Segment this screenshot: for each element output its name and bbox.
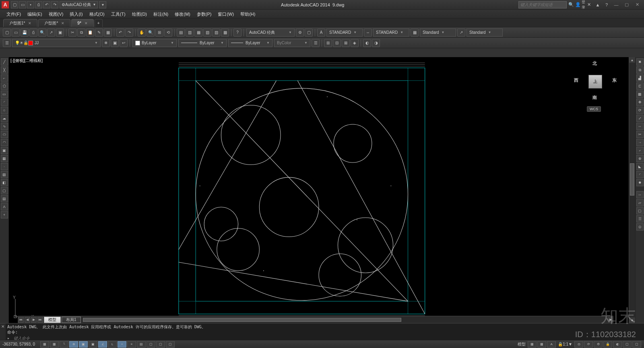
view-icon[interactable]: ⊞: [324, 39, 332, 47]
spline-icon[interactable]: ∿: [1, 123, 8, 130]
break-icon[interactable]: ⌿: [636, 147, 644, 154]
tablestyle-icon[interactable]: ▦: [411, 29, 419, 37]
3dosnap-button[interactable]: ▣: [89, 341, 97, 348]
region-icon[interactable]: ▢: [636, 207, 644, 214]
pline-icon[interactable]: ⌐: [1, 74, 8, 82]
undo-icon[interactable]: ↶: [116, 29, 124, 37]
paste-icon[interactable]: 📋: [86, 29, 94, 37]
extend-icon[interactable]: →: [636, 139, 644, 146]
polygon-icon[interactable]: ⬠: [1, 82, 8, 90]
maximize-button[interactable]: ▢: [621, 1, 632, 8]
zoom-prev-icon[interactable]: ⟲: [164, 29, 172, 37]
rectangle-icon[interactable]: ▭: [1, 91, 8, 98]
table-icon[interactable]: ▤: [1, 195, 8, 202]
fillet-icon[interactable]: ◜: [636, 171, 644, 178]
annovisible-icon[interactable]: ◎: [574, 341, 583, 348]
scroll-right-icon[interactable]: ▶: [608, 317, 613, 323]
sheetset-icon[interactable]: ▧: [203, 29, 211, 37]
tab-first-icon[interactable]: ⏮: [18, 317, 24, 323]
explode-icon[interactable]: ✸: [636, 179, 644, 186]
quickview-layouts-icon[interactable]: ▦: [528, 341, 537, 348]
qat-save-icon[interactable]: ▪: [27, 1, 34, 8]
textstyle-icon[interactable]: A: [317, 29, 325, 37]
qp-button[interactable]: ▢: [147, 341, 155, 348]
mtext-icon[interactable]: A: [1, 203, 8, 210]
qat-redo-icon[interactable]: ↷: [51, 1, 58, 8]
tab-last-icon[interactable]: ⏭: [37, 317, 43, 323]
v-scrollbar[interactable]: ▲ ▼: [629, 57, 635, 323]
stretch-icon[interactable]: ↔: [636, 123, 644, 130]
signin-button[interactable]: 👤登录: [576, 1, 584, 8]
am-button[interactable]: ▢: [166, 341, 175, 348]
qat-print-icon[interactable]: ⎙: [35, 1, 42, 8]
rotate-icon[interactable]: ⟳: [636, 107, 644, 114]
render-icon[interactable]: ◐: [363, 39, 371, 47]
menu-help[interactable]: 帮助(H): [237, 10, 258, 19]
arc-icon[interactable]: ◜: [1, 99, 8, 106]
area-icon[interactable]: ▱: [636, 199, 644, 206]
mleaderstyle-icon[interactable]: ↗: [457, 29, 465, 37]
color-dropdown[interactable]: ByLayer▼: [132, 39, 177, 47]
doc-tab-3[interactable]: 9*✕: [71, 19, 93, 27]
block-icon[interactable]: ▦: [104, 29, 112, 37]
menu-view[interactable]: 视图(V): [45, 10, 67, 19]
menu-tools[interactable]: 工具(T): [108, 10, 129, 19]
ws-lock-icon[interactable]: ▢: [305, 29, 313, 37]
id-icon[interactable]: ⊙: [636, 223, 644, 231]
layer-prev-icon[interactable]: ↩: [120, 39, 128, 47]
workspace-dropdown[interactable]: ⚙ AutoCAD 经典 ▼: [60, 1, 98, 8]
quickview-dwg-icon[interactable]: ▦: [537, 341, 546, 348]
menu-format[interactable]: 格式(O): [86, 10, 108, 19]
close-icon[interactable]: ✕: [61, 21, 64, 25]
linetype-dropdown[interactable]: ByLayer▼: [178, 39, 227, 47]
layer-freeze-icon[interactable]: ❄: [102, 39, 110, 47]
revcloud-icon[interactable]: ☁: [1, 115, 8, 122]
ws-switch-icon[interactable]: ⚙: [594, 341, 603, 348]
ortho-button[interactable]: └: [60, 341, 68, 348]
markup-icon[interactable]: ▨: [212, 29, 220, 37]
menu-file[interactable]: 文件(F): [3, 10, 24, 19]
tab-prev-icon[interactable]: ◀: [25, 317, 30, 323]
viewcube-north[interactable]: 北: [592, 60, 597, 66]
isolate-icon[interactable]: ▢: [623, 341, 632, 348]
mleaderstyle-dropdown[interactable]: Standard▼: [466, 29, 503, 37]
coordinates-readout[interactable]: -363730, 57993, 0: [2, 342, 35, 346]
zoom-window-icon[interactable]: ⊞: [155, 29, 163, 37]
viewcube-top-face[interactable]: 上: [588, 75, 602, 89]
move-icon[interactable]: ✥: [636, 99, 644, 106]
h-scrollbar[interactable]: ▶: [83, 317, 613, 323]
zoom-realtime-icon[interactable]: 🔍: [147, 29, 155, 37]
annoscale-icon[interactable]: A: [547, 341, 556, 348]
tpy-button[interactable]: ▤: [137, 341, 146, 348]
block-icon[interactable]: ▦: [1, 155, 8, 162]
grid-button[interactable]: ▦: [50, 341, 59, 348]
designcenter-icon[interactable]: ▥: [186, 29, 194, 37]
workspace-dropdown-2[interactable]: AutoCAD 经典▼: [246, 29, 295, 37]
join-icon[interactable]: ⊕: [636, 155, 644, 162]
cloud-icon[interactable]: ▲: [594, 1, 602, 8]
publish-icon[interactable]: ↗: [47, 29, 55, 37]
model-tab[interactable]: 模型: [44, 317, 61, 323]
offset-icon[interactable]: ⊏: [636, 82, 644, 90]
doc-tab-1[interactable]: 户型图1*✕: [3, 19, 37, 27]
point-icon[interactable]: ·: [1, 163, 8, 170]
menu-insert[interactable]: 插入(I): [66, 10, 86, 19]
h-scroll-thumb[interactable]: [83, 318, 401, 322]
open-icon[interactable]: ▭: [12, 29, 20, 37]
modelspace-label[interactable]: 模型: [518, 342, 526, 347]
iso-icon[interactable]: ◈: [351, 39, 359, 47]
scroll-down-icon[interactable]: ▼: [629, 317, 635, 323]
search-icon[interactable]: 🔍: [567, 1, 575, 8]
match-icon[interactable]: ✎: [95, 29, 103, 37]
exchange-icon[interactable]: ✕: [585, 1, 593, 8]
help-icon[interactable]: ?: [233, 29, 242, 37]
layer-dropdown[interactable]: 💡 ☀ 🔓 JJ ▼: [12, 39, 101, 47]
close-icon[interactable]: ✕: [85, 21, 88, 25]
menu-modify[interactable]: 修改(M): [171, 10, 194, 19]
drawing-canvas[interactable]: [-][俯视][二维线框]: [9, 57, 629, 323]
region-icon[interactable]: ▢: [1, 187, 8, 194]
lock-ui-icon[interactable]: 🔒: [603, 341, 612, 348]
line-icon[interactable]: ╱: [1, 58, 8, 66]
quickcalc-icon[interactable]: ▩: [221, 29, 229, 37]
menu-window[interactable]: 窗口(W): [215, 10, 237, 19]
